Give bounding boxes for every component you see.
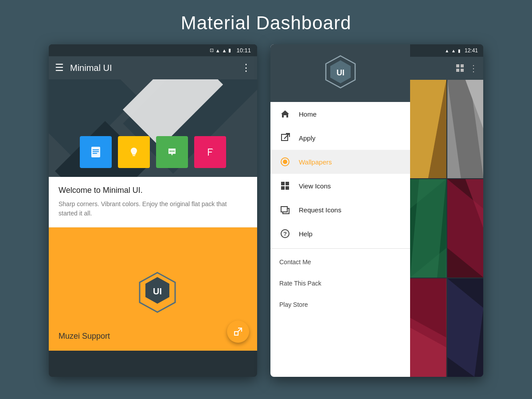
- status-icons-left: ⊡ ▲ ▲ ▮: [210, 47, 231, 53]
- hex-logo-svg: UI: [133, 269, 182, 318]
- foursquare-icon: [202, 144, 218, 160]
- app-title-left: Minimal UI: [70, 63, 235, 73]
- nav-label-home: Home: [299, 110, 317, 118]
- nav-label-request-icons: Request Icons: [299, 206, 341, 214]
- wallpaper-cell-5[interactable]: [410, 278, 446, 377]
- wp-toolbar: ⋮: [410, 57, 483, 80]
- wallpaper-6-svg: [447, 278, 484, 377]
- battery-icon: ▮: [228, 47, 231, 53]
- orange-section-left: UI Muzei Support: [49, 227, 257, 351]
- muzei-fab-button[interactable]: [227, 321, 249, 343]
- help-svg: ?: [280, 229, 290, 239]
- welcome-description: Sharp corners. Vibrant colors. Enjoy the…: [59, 200, 247, 218]
- nav-item-play-store[interactable]: Play Store: [270, 294, 410, 315]
- app-icon-bulb[interactable]: [118, 136, 150, 168]
- nav-label-help: Help: [299, 230, 313, 238]
- svg-rect-30: [456, 69, 459, 72]
- svg-rect-23: [281, 186, 285, 190]
- svg-rect-2: [93, 151, 99, 152]
- wallpaper-cell-4[interactable]: [447, 179, 484, 278]
- home-icon: [279, 108, 291, 120]
- request-icons-svg: [280, 205, 290, 215]
- nav-label-apply: Apply: [299, 134, 316, 142]
- wallpapers-svg: [280, 157, 290, 167]
- svg-text:UI: UI: [336, 68, 344, 77]
- nav-item-rate[interactable]: Rate This Pack: [270, 273, 410, 294]
- nav-item-wallpapers[interactable]: Wallpapers: [270, 150, 410, 174]
- app-icon-chat[interactable]: [156, 136, 188, 168]
- svg-rect-29: [461, 64, 464, 67]
- toolbar-left: ☰ Minimal UI ⋮: [49, 56, 257, 79]
- home-svg: [280, 109, 290, 119]
- grid-view-icon[interactable]: [456, 64, 465, 73]
- nav-item-home[interactable]: Home: [270, 102, 410, 126]
- muzei-support-label: Muzei Support: [59, 332, 110, 341]
- view-icons-svg: [280, 181, 290, 191]
- nav-item-apply[interactable]: Apply: [270, 126, 410, 150]
- wallpaper-cell-6[interactable]: [447, 278, 484, 377]
- more-options-icon[interactable]: ⋮: [241, 62, 251, 74]
- svg-text:UI: UI: [153, 286, 162, 296]
- svg-rect-3: [93, 153, 97, 154]
- wallpaper-cell-1[interactable]: [410, 80, 446, 178]
- svg-rect-4: [132, 154, 136, 155]
- wallpaper-cell-2[interactable]: [447, 80, 484, 178]
- wallpaper-2-svg: [447, 80, 484, 178]
- nav-item-help[interactable]: ? Help: [270, 222, 410, 246]
- drawer-header: UI: [270, 44, 410, 102]
- svg-rect-5: [133, 155, 135, 156]
- phone-left: ⊡ ▲ ▲ ▮ 10:11 ☰ Minimal UI ⋮: [49, 44, 257, 377]
- status-time-left: 10:11: [236, 47, 251, 54]
- svg-point-6: [170, 151, 171, 152]
- wallpaper-grid: [410, 80, 483, 377]
- svg-point-8: [173, 151, 175, 152]
- external-link-icon: [233, 327, 243, 336]
- svg-rect-17: [282, 134, 288, 141]
- nav-label-contact: Contact Me: [279, 258, 311, 266]
- drawer-nav-items: Home Apply: [270, 102, 410, 377]
- welcome-card: Welcome to Minimal UI. Sharp corners. Vi…: [49, 177, 257, 227]
- nav-item-contact[interactable]: Contact Me: [270, 251, 410, 273]
- nav-label-wallpapers: Wallpapers: [299, 158, 332, 166]
- wifi-icon: ▲: [215, 48, 220, 53]
- status-bar-right: ▲ ▲ ▮ 12:41: [410, 44, 483, 57]
- hamburger-icon[interactable]: ☰: [55, 62, 64, 74]
- wallpaper-cell-3[interactable]: [410, 179, 446, 278]
- bulb-icon: [126, 144, 142, 160]
- page-title: Material Dashboard: [0, 0, 532, 44]
- nav-item-view-icons[interactable]: View Icons: [270, 174, 410, 198]
- app-icon-foursquare[interactable]: [194, 136, 226, 168]
- svg-rect-22: [286, 182, 289, 185]
- apply-icon: [279, 132, 291, 144]
- help-icon: ?: [279, 228, 291, 239]
- wallpaper-5-svg: [410, 278, 446, 377]
- svg-rect-24: [286, 186, 289, 190]
- status-time-right: 12:41: [465, 47, 478, 54]
- nav-item-request-icons[interactable]: Request Icons: [270, 198, 410, 222]
- wallpaper-3-svg: [410, 179, 446, 278]
- app-icons-row: [80, 136, 226, 168]
- svg-rect-1: [93, 149, 99, 150]
- svg-rect-28: [456, 64, 459, 67]
- app-icon-docs[interactable]: [80, 136, 112, 168]
- drawer-panel: UI Home: [270, 44, 410, 377]
- nav-label-view-icons: View Icons: [299, 182, 331, 190]
- drawer-hex-logo: UI: [321, 53, 360, 93]
- hex-logo: UI: [133, 269, 173, 309]
- wifi-icon-right: ▲: [445, 48, 449, 53]
- svg-point-7: [172, 151, 173, 152]
- vibrate-icon: ⊡: [210, 47, 214, 53]
- svg-rect-31: [461, 69, 464, 72]
- svg-text:?: ?: [283, 231, 287, 237]
- docs-icon: [88, 144, 104, 160]
- request-icons-icon: [279, 204, 291, 215]
- signal-icon: ▲: [222, 48, 227, 53]
- hero-area: [49, 79, 257, 177]
- phones-container: ⊡ ▲ ▲ ▮ 10:11 ☰ Minimal UI ⋮: [0, 44, 532, 377]
- chat-icon: [164, 144, 180, 160]
- svg-rect-21: [281, 182, 285, 185]
- svg-point-20: [283, 160, 287, 164]
- view-icons-icon: [279, 180, 291, 192]
- signal-icon-right: ▲: [451, 48, 456, 53]
- wp-more-icon[interactable]: ⋮: [469, 63, 478, 74]
